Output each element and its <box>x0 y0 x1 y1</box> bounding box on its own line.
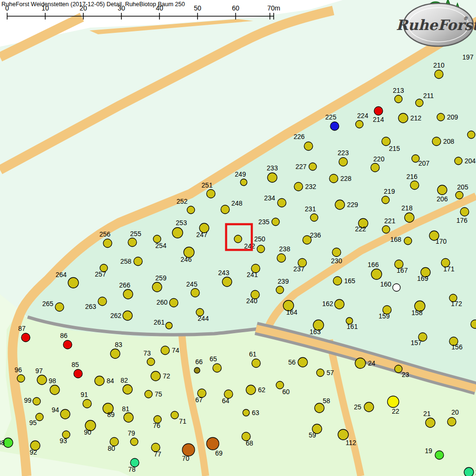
tree-238[interactable] <box>277 254 286 262</box>
tree-97[interactable] <box>37 375 47 385</box>
tree-266[interactable] <box>123 289 133 299</box>
tree-24[interactable] <box>355 358 366 368</box>
tree-249[interactable] <box>240 179 247 186</box>
tree-71[interactable] <box>171 411 178 419</box>
tree-22[interactable] <box>387 396 399 407</box>
tree-251[interactable] <box>207 189 215 198</box>
tree-243[interactable] <box>222 277 232 287</box>
tree-228[interactable] <box>329 174 338 183</box>
tree-96[interactable] <box>17 375 25 382</box>
tree-91[interactable] <box>83 399 91 408</box>
tree-234[interactable] <box>278 198 286 207</box>
tree-label-56: 56 <box>288 358 296 366</box>
tree-75[interactable] <box>145 390 152 398</box>
tree-87[interactable] <box>21 333 30 342</box>
tree-258[interactable] <box>134 257 142 266</box>
tree-unlabeled[interactable] <box>467 131 475 139</box>
tree-83[interactable] <box>110 349 120 358</box>
tree-168[interactable] <box>404 237 412 245</box>
tree-73[interactable] <box>147 358 155 366</box>
tree-220[interactable] <box>371 163 379 172</box>
tree-255[interactable] <box>128 238 137 247</box>
tree-265[interactable] <box>55 303 64 311</box>
tree-225[interactable] <box>330 122 339 130</box>
tree-176[interactable] <box>460 208 469 216</box>
tree-94[interactable] <box>60 409 70 419</box>
tree-260[interactable] <box>169 298 178 307</box>
tree-208[interactable] <box>432 137 441 146</box>
tree-20[interactable] <box>447 417 456 426</box>
tree-95[interactable] <box>36 413 43 421</box>
tree-233[interactable] <box>268 173 277 182</box>
tree-57[interactable] <box>317 369 324 377</box>
tree-74[interactable] <box>161 346 169 355</box>
tree-85[interactable] <box>74 369 82 378</box>
tree-166[interactable] <box>371 269 382 279</box>
tree-263[interactable] <box>98 297 107 306</box>
tree-81[interactable] <box>124 413 133 422</box>
tree-250[interactable] <box>234 235 242 243</box>
tree-216[interactable] <box>410 181 419 189</box>
tree-223[interactable] <box>339 158 347 166</box>
tree-160[interactable] <box>393 284 400 291</box>
tree-253[interactable] <box>172 228 183 238</box>
tree-227[interactable] <box>309 163 317 170</box>
tree-221[interactable] <box>382 226 390 233</box>
tree-88[interactable] <box>3 438 13 447</box>
tree-165[interactable] <box>333 277 342 285</box>
tree-112[interactable] <box>338 429 348 440</box>
tree-242[interactable] <box>257 245 265 253</box>
tree-239[interactable] <box>276 286 284 294</box>
tree-211[interactable] <box>416 99 423 107</box>
tree-245[interactable] <box>191 288 199 297</box>
tree-69[interactable] <box>207 437 219 450</box>
tree-62[interactable] <box>246 385 256 395</box>
tree-206[interactable] <box>437 185 447 195</box>
tree-98[interactable] <box>50 385 60 395</box>
tree-256[interactable] <box>103 239 112 248</box>
tree-261[interactable] <box>166 322 172 329</box>
tree-86[interactable] <box>63 340 72 349</box>
tree-235[interactable] <box>272 218 279 226</box>
forest-map[interactable]: 2102132112142122092252242082262152232202… <box>0 0 476 476</box>
tree-230[interactable] <box>332 248 341 257</box>
tree-19[interactable] <box>435 451 444 459</box>
tree-231[interactable] <box>310 214 318 221</box>
tree-226[interactable] <box>304 142 313 150</box>
tree-224[interactable] <box>356 120 363 128</box>
tree-72[interactable] <box>151 371 160 381</box>
tree-162[interactable] <box>335 299 344 309</box>
tree-label-57: 57 <box>327 369 334 377</box>
tree-213[interactable] <box>395 95 402 103</box>
tree-204[interactable] <box>455 157 462 165</box>
tree-label-265: 265 <box>42 300 54 307</box>
tree-212[interactable] <box>398 113 408 123</box>
tree-259[interactable] <box>152 282 162 292</box>
tree-18[interactable] <box>464 467 474 476</box>
tree-252[interactable] <box>187 206 195 214</box>
tree-262[interactable] <box>123 311 132 320</box>
tree-99[interactable] <box>33 397 40 405</box>
tree-209[interactable] <box>437 113 445 121</box>
tree-264[interactable] <box>68 278 79 288</box>
tree-229[interactable] <box>335 200 345 209</box>
tree-63[interactable] <box>243 409 249 416</box>
tree-23[interactable] <box>395 365 402 373</box>
tree-219[interactable] <box>382 196 389 204</box>
tree-84[interactable] <box>95 376 104 386</box>
tree-218[interactable] <box>405 213 414 222</box>
tree-58[interactable] <box>315 403 324 413</box>
tree-205[interactable] <box>456 191 463 199</box>
tree-61[interactable] <box>252 359 260 367</box>
tree-25[interactable] <box>364 402 374 412</box>
tree-56[interactable] <box>298 357 307 367</box>
tree-210[interactable] <box>435 70 443 79</box>
tree-82[interactable] <box>123 385 132 394</box>
tree-21[interactable] <box>426 418 435 427</box>
tree-66[interactable] <box>194 367 200 373</box>
tree-214[interactable] <box>374 107 383 115</box>
tree-65[interactable] <box>213 364 221 372</box>
tree-79[interactable] <box>130 438 138 446</box>
tree-232[interactable] <box>294 182 303 191</box>
tree-248[interactable] <box>221 205 229 214</box>
